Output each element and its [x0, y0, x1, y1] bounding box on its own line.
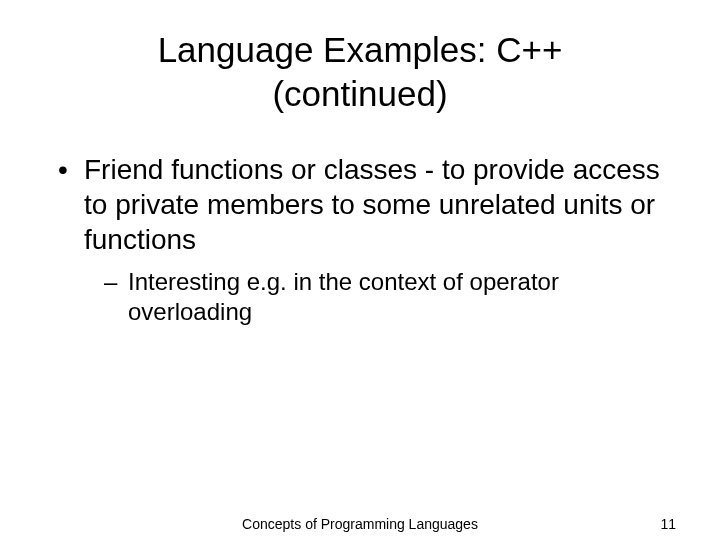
footer-title: Concepts of Programming Languages: [0, 516, 720, 532]
sub-bullet-list: Interesting e.g. in the context of opera…: [102, 267, 680, 327]
bullet-text: Friend functions or classes - to provide…: [84, 154, 660, 255]
list-item: Interesting e.g. in the context of opera…: [102, 267, 680, 327]
page-number: 11: [660, 516, 676, 532]
slide-content: Friend functions or classes - to provide…: [40, 152, 680, 327]
title-line-2: (continued): [272, 74, 447, 113]
sub-bullet-text: Interesting e.g. in the context of opera…: [128, 268, 559, 325]
title-line-1: Language Examples: C++: [158, 30, 563, 69]
slide: Language Examples: C++ (continued) Frien…: [0, 0, 720, 540]
list-item: Friend functions or classes - to provide…: [52, 152, 680, 327]
slide-title: Language Examples: C++ (continued): [40, 28, 680, 116]
bullet-list: Friend functions or classes - to provide…: [52, 152, 680, 327]
